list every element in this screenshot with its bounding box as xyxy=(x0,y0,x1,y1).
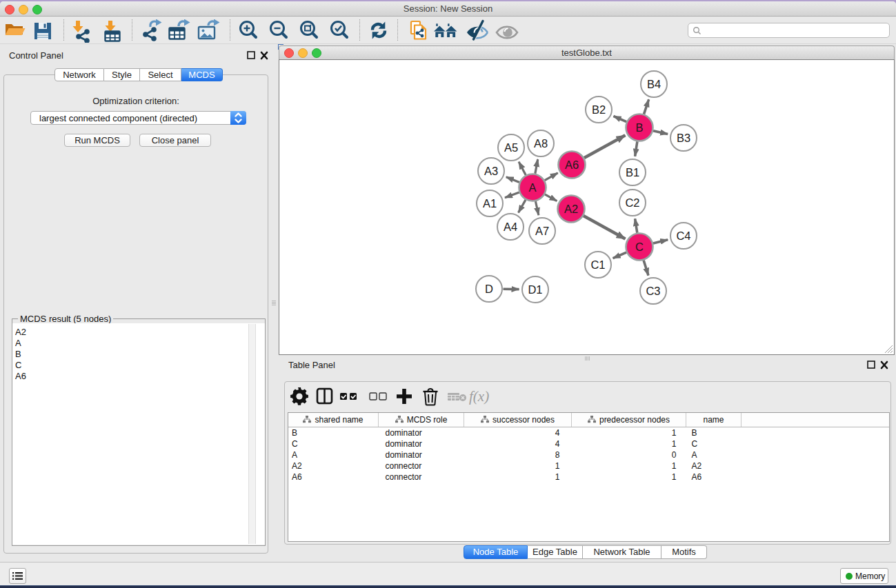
svg-text:B1: B1 xyxy=(626,166,639,179)
svg-text:A1: A1 xyxy=(483,197,497,210)
svg-text:B3: B3 xyxy=(677,132,690,144)
svg-text:A7: A7 xyxy=(535,225,549,237)
svg-text:C3: C3 xyxy=(646,285,660,297)
svg-text:A8: A8 xyxy=(534,137,548,150)
svg-text:C4: C4 xyxy=(676,230,690,242)
svg-text:C1: C1 xyxy=(590,258,605,271)
svg-text:A3: A3 xyxy=(484,165,498,177)
svg-text:A2: A2 xyxy=(564,203,578,215)
svg-text:D: D xyxy=(485,283,493,295)
svg-text:B2: B2 xyxy=(592,103,606,116)
svg-text:C2: C2 xyxy=(625,196,639,209)
svg-text:A4: A4 xyxy=(504,221,517,233)
svg-text:B: B xyxy=(635,121,643,134)
svg-text:B4: B4 xyxy=(647,78,661,90)
svg-text:A6: A6 xyxy=(565,159,579,171)
svg-text:D1: D1 xyxy=(528,283,542,296)
svg-text:f(x): f(x) xyxy=(469,388,489,405)
svg-text:A5: A5 xyxy=(504,141,518,154)
svg-text:A: A xyxy=(528,181,536,194)
svg-text:C: C xyxy=(635,241,644,253)
